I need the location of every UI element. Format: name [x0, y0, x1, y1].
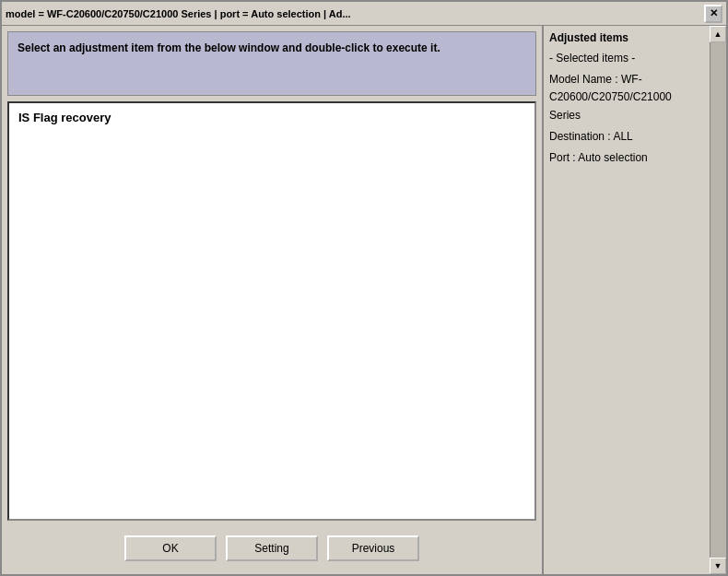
- list-item[interactable]: IS Flag recovery: [15, 109, 529, 126]
- title-bar-text: model = WF-C20600/C20750/C21000 Series |…: [6, 8, 351, 19]
- port-text: Port : Auto selection: [549, 149, 702, 167]
- main-content: Select an adjustment item from the below…: [0, 26, 728, 576]
- setting-button[interactable]: Setting: [226, 535, 318, 561]
- model-name-text: Model Name : WF-C20600/C20750/C21000 Ser…: [549, 71, 702, 124]
- scroll-up-button[interactable]: ▲: [710, 26, 726, 42]
- title-bar: model = WF-C20600/C20750/C21000 Series |…: [0, 0, 728, 26]
- selected-items-label: - Selected items -: [549, 50, 702, 67]
- right-panel: ▲ Adjusted items - Selected items - Mode…: [542, 26, 726, 574]
- instruction-text: Select an adjustment item from the below…: [18, 41, 440, 54]
- ok-button[interactable]: OK: [124, 535, 217, 561]
- scroll-track: [710, 42, 726, 558]
- selected-items-box: - Selected items - Model Name : WF-C2060…: [549, 50, 702, 167]
- main-window: model = WF-C20600/C20750/C21000 Series |…: [0, 0, 728, 576]
- close-button[interactable]: ✕: [704, 5, 722, 23]
- instruction-box: Select an adjustment item from the below…: [7, 31, 536, 96]
- adjustment-list[interactable]: IS Flag recovery: [7, 101, 536, 521]
- left-panel: Select an adjustment item from the below…: [2, 26, 542, 574]
- destination-text: Destination : ALL: [549, 128, 702, 146]
- adjusted-items-title: Adjusted items: [549, 31, 702, 44]
- previous-button[interactable]: Previous: [327, 535, 419, 561]
- button-bar: OK Setting Previous: [7, 526, 536, 569]
- scroll-down-button[interactable]: ▼: [710, 558, 726, 574]
